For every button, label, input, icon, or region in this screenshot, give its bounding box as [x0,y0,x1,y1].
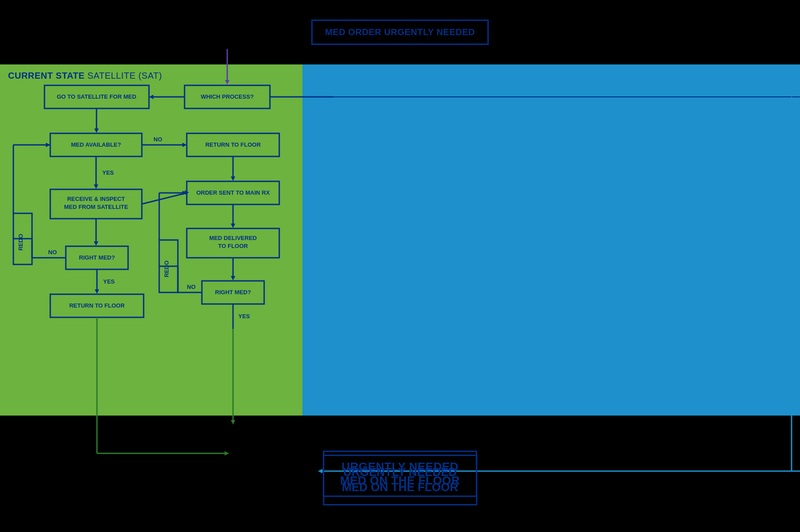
urgently-needed-label: URGENTLY NEEDEDMED ON THE FLOOR [342,465,458,494]
section-title: CURRENT STATE SATELLITE (SAT) [8,71,162,81]
urgently-needed-container: URGENTLY NEEDEDMED ON THE FLOOR [323,455,477,505]
blue-section [302,64,800,416]
middle-area: CURRENT STATE SATELLITE (SAT) [0,64,800,416]
top-area: MED ORDER URGENTLY NEEDED [0,0,800,64]
green-section: CURRENT STATE SATELLITE (SAT) [0,64,302,416]
med-order-box: MED ORDER URGENTLY NEEDED [311,20,489,45]
urgently-needed-box: URGENTLY NEEDEDMED ON THE FLOOR [323,455,477,505]
